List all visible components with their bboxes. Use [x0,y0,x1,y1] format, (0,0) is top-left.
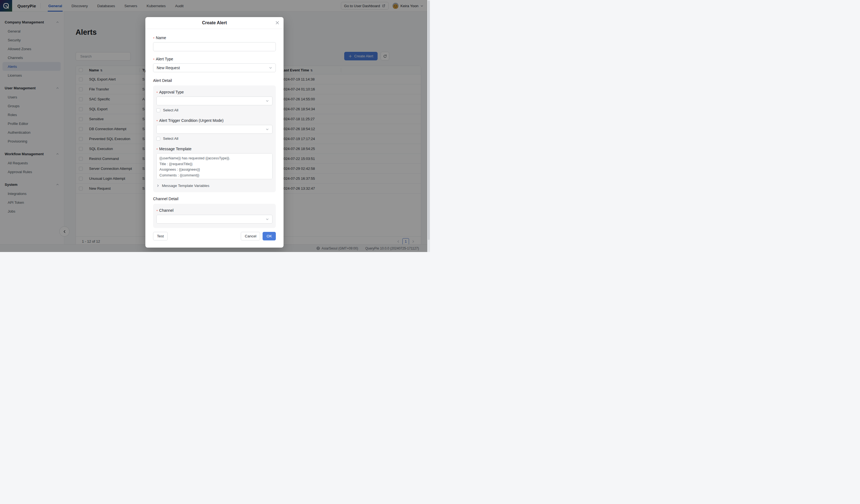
alert-name-input[interactable] [153,42,276,51]
select-all-label: Select All [163,108,178,112]
chevron-down-icon [266,99,269,103]
chevron-down-icon [269,66,272,70]
select-all-checkbox[interactable] [156,137,160,141]
trigger-condition-select[interactable] [156,125,273,134]
alert-type-select[interactable]: New Request [153,63,276,72]
message-template-textarea[interactable]: {{userName}} has requested {{accessType}… [156,153,273,179]
required-asterisk: * [153,58,155,62]
test-button[interactable]: Test [153,232,168,241]
select-all-row: Select All [156,108,273,112]
channel-detail-section-title: Channel Detail [153,197,276,201]
message-template-variables-toggle[interactable]: Message Template Variables [156,184,273,188]
name-field-label: * Name [153,35,276,40]
required-asterisk: * [156,209,158,213]
vertical-scrollbar[interactable] [427,0,430,252]
cancel-button[interactable]: Cancel [241,232,260,241]
alert-type-selected-value: New Request [157,66,180,70]
modal-body: * Name * Alert Type New Request Alert De… [145,29,284,228]
channel-select[interactable] [156,215,273,224]
required-asterisk: * [156,147,158,152]
ok-button[interactable]: OK [262,232,276,241]
modal-header: Create Alert [145,17,284,29]
trigger-condition-field-label: * Alert Trigger Condition (Urgent Mode) [156,118,273,123]
alert-detail-section-title: Alert Detail [153,78,276,83]
modal-footer: Test Cancel OK [145,228,284,241]
close-icon[interactable] [275,21,280,25]
alert-type-field-label: * Alert Type [153,57,276,61]
channel-field-label: * Channel [156,208,273,213]
create-alert-modal: Create Alert * Name * Alert Type New Req… [145,17,284,248]
modal-title: Create Alert [202,20,227,25]
template-variables-label: Message Template Variables [162,184,209,188]
approval-type-select[interactable] [156,97,273,105]
select-all-label: Select All [163,136,178,141]
required-asterisk: * [153,37,155,41]
required-asterisk: * [156,119,158,123]
alert-detail-panel: * Approval Type Select All * Alert Trigg… [153,85,276,192]
required-asterisk: * [156,91,158,95]
select-all-row: Select All [156,136,273,141]
scrollbar-thumb[interactable] [428,1,430,240]
chevron-right-icon [156,184,159,187]
select-all-checkbox[interactable] [156,109,160,112]
channel-detail-panel: * Channel [153,204,276,228]
chevron-down-icon [266,218,269,221]
approval-type-field-label: * Approval Type [156,90,273,94]
message-template-field-label: * Message Template [156,147,273,151]
chevron-down-icon [266,128,269,131]
